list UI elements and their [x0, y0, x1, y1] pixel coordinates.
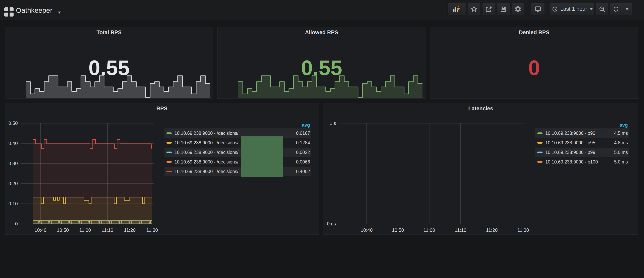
y-axis-tick: 0.10 — [8, 201, 18, 206]
panel-rps: 0.500.400.300.200.10010:4010:5011:0011:1… — [5, 103, 319, 235]
x-axis-tick: 11:00 — [424, 227, 435, 233]
gear-icon — [514, 5, 522, 13]
cycle-view-mode-button[interactable] — [531, 3, 545, 15]
legend-row[interactable]: 10.10.69.238:9000 - p995.0 ms — [535, 148, 629, 157]
series-swatch-icon[interactable] — [537, 142, 542, 144]
y-axis-tick: 0 — [15, 221, 18, 227]
save-button[interactable] — [497, 3, 510, 15]
zoom-out-icon — [599, 6, 606, 12]
save-icon — [500, 6, 507, 12]
y-axis-tick: 0.50 — [8, 120, 18, 126]
panel-title[interactable]: Total RPS — [5, 29, 213, 36]
share-icon — [485, 6, 492, 12]
series-avg-value: 5.0 ms — [614, 159, 628, 165]
stat-value: 0.55 — [5, 56, 213, 79]
dashboard-caret-down-icon[interactable] — [58, 11, 61, 13]
refresh-button-group[interactable] — [610, 3, 632, 15]
stat-value: 0.55 — [218, 56, 426, 79]
panel-allowed-rps: Allowed RPS 0.55 — [217, 27, 426, 99]
x-axis-tick: 10:50 — [392, 227, 404, 233]
series-avg-value: 0.0066 — [296, 159, 310, 165]
x-axis-tick: 11:20 — [486, 227, 498, 233]
y-axis-tick: 0.30 — [8, 161, 18, 166]
refresh-caret-down-icon[interactable] — [626, 8, 629, 10]
x-axis-tick: 10:40 — [361, 227, 373, 233]
series-avg-value: 5.0 ms — [614, 150, 628, 155]
series-swatch-icon[interactable] — [166, 132, 172, 134]
add-panel-icon — [452, 5, 460, 13]
legend-avg-header[interactable]: avg — [164, 122, 311, 128]
x-axis-tick: 11:10 — [455, 227, 466, 233]
share-button[interactable] — [482, 3, 495, 15]
panel-total-rps: Total RPS 0.55 — [5, 27, 213, 99]
y-axis-tick: 0.40 — [8, 141, 18, 146]
legend-row[interactable]: 10.10.69.238:9000 - /decisions/0.1284 — [164, 138, 311, 148]
series-swatch-icon[interactable] — [166, 171, 172, 172]
legend-row[interactable]: 10.10.69.238:9000 - /decisions/0.0066 — [164, 157, 311, 167]
zoom-out-button[interactable] — [596, 3, 608, 15]
x-axis-tick: 11:30 — [518, 227, 529, 233]
legend-row[interactable]: 10.10.69.238:9000 - p1005.0 ms — [535, 157, 629, 167]
add-panel-button[interactable] — [448, 3, 466, 15]
panel-title[interactable]: RPS — [5, 106, 319, 112]
time-picker-button[interactable]: Last 1 hour — [550, 3, 594, 15]
rps-legend: avg 10.10.69.238:9000 - /decisions/0.016… — [164, 122, 311, 176]
refresh-icon — [613, 6, 619, 12]
x-axis-tick: 11:10 — [102, 227, 113, 233]
series-label[interactable]: 10.10.69.238:9000 - /decisions/ — [174, 131, 294, 136]
series-swatch-icon[interactable] — [166, 152, 172, 153]
series-avg-value: 4.5 ms — [614, 131, 628, 136]
legend-row[interactable]: 10.10.69.238:9000 - /decisions/0.0167 — [164, 128, 311, 138]
series-swatch-icon[interactable] — [537, 152, 542, 153]
panel-denied-rps: Denied RPS 0 — [430, 27, 638, 99]
dashboard-title[interactable]: Oathkeeper — [16, 0, 52, 20]
latencies-legend: avg 10.10.69.238:9000 - p904.5 ms10.10.6… — [535, 122, 629, 167]
stat-value: 0 — [430, 56, 638, 79]
star-button[interactable] — [468, 3, 480, 15]
redaction-overlay — [241, 136, 283, 177]
y-axis-tick: 1 s — [330, 120, 336, 126]
series-swatch-icon[interactable] — [537, 161, 542, 163]
x-axis-tick: 11:00 — [79, 227, 91, 233]
series-avg-value: 4.8 ms — [614, 140, 628, 146]
series-avg-value: 0.0167 — [296, 131, 310, 136]
series-label[interactable]: 10.10.69.238:9000 - p100 — [545, 159, 612, 165]
legend-avg-header[interactable]: avg — [535, 122, 629, 128]
x-axis-tick: 10:40 — [34, 227, 46, 233]
time-range-label: Last 1 hour — [560, 6, 587, 12]
series-avg-value: 0.1284 — [296, 140, 310, 146]
panel-title[interactable]: Allowed RPS — [218, 29, 426, 36]
legend-row[interactable]: 10.10.69.238:9000 - /decisions/0.4002 — [164, 167, 311, 176]
time-caret-down-icon — [590, 8, 593, 10]
series-swatch-icon[interactable] — [166, 161, 172, 163]
series-avg-value: 0.4002 — [296, 169, 310, 174]
tv-icon — [534, 5, 542, 13]
series-avg-value: 0.0022 — [296, 150, 310, 155]
panel-title[interactable]: Denied RPS — [430, 29, 638, 36]
legend-row[interactable]: 10.10.69.238:9000 - p904.5 ms — [535, 128, 629, 138]
legend-row[interactable]: 10.10.69.238:9000 - p954.8 ms — [535, 138, 629, 148]
series-label[interactable]: 10.10.69.238:9000 - p90 — [545, 131, 612, 136]
y-axis-tick: 0 ns — [327, 221, 336, 227]
y-axis-tick: 0.20 — [8, 181, 18, 186]
panel-latencies: 1 s0 ns10:4010:5011:0011:1011:2011:30 La… — [323, 103, 638, 235]
panel-title[interactable]: Latencies — [323, 106, 638, 112]
star-icon — [470, 6, 477, 12]
x-axis-tick: 11:30 — [146, 227, 158, 233]
series-label[interactable]: 10.10.69.238:9000 - p99 — [545, 150, 612, 155]
x-axis-tick: 10:50 — [57, 227, 69, 233]
series-swatch-icon[interactable] — [537, 132, 542, 134]
series-swatch-icon[interactable] — [166, 142, 172, 144]
dashboard-settings-button[interactable] — [512, 3, 524, 15]
button-divider — [622, 3, 622, 15]
clock-icon — [552, 6, 558, 12]
series-label[interactable]: 10.10.69.238:9000 - p95 — [545, 140, 612, 146]
legend-row[interactable]: 10.10.69.238:9000 - /decisions/0.0022 — [164, 148, 311, 157]
dashboard-grid-icon[interactable] — [4, 7, 14, 16]
navbar: Oathkeeper — [0, 0, 644, 20]
x-axis-tick: 11:20 — [124, 227, 136, 233]
